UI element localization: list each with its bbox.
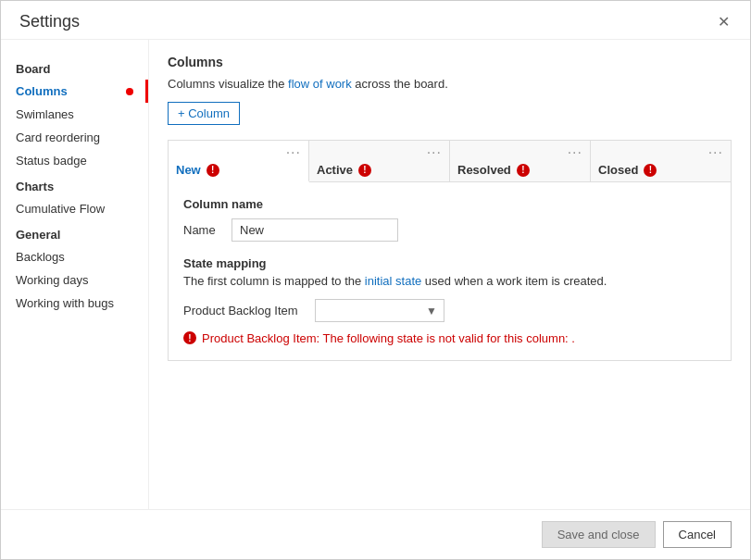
sidebar-item-columns[interactable]: Columns [1,80,148,103]
column-tab-active-error: ! [358,164,371,177]
sidebar-item-status-badge[interactable]: Status badge [1,149,148,172]
column-tab-new-error: ! [207,164,219,177]
sidebar-item-backlogs[interactable]: Backlogs [1,245,148,268]
error-message: ! Product Backlog Item: The following st… [183,331,716,345]
columns-error-badge [126,88,133,95]
column-tab-new-menu[interactable]: ··· [286,144,301,161]
column-tab-closed-label: Closed [598,163,638,177]
save-and-close-button[interactable]: Save and close [542,521,656,548]
columns-tabs: ··· New ! ··· Active ! [168,140,732,181]
sidebar-section-general: General [1,220,148,245]
sidebar-item-card-reordering[interactable]: Card reordering [1,126,148,149]
sidebar: Board Columns Swimlanes Card reordering … [1,40,149,509]
column-tab-closed-menu[interactable]: ··· [708,144,723,161]
column-tab-new-label: New [176,163,201,177]
name-field-label: Name [183,223,220,237]
columns-description: Columns visualize the flow of work acros… [168,77,732,91]
column-tab-resolved-label: Resolved [457,163,511,177]
error-icon: ! [183,331,196,344]
column-tab-closed[interactable]: ··· Closed ! [591,141,731,181]
product-backlog-label: Product Backlog Item [183,304,304,317]
dialog-header: Settings ✕ [1,1,750,40]
product-backlog-select[interactable] [315,299,444,322]
dialog-body: Board Columns Swimlanes Card reordering … [1,40,750,509]
settings-dialog: Settings ✕ Board Columns Swimlanes Card … [0,0,751,560]
column-tab-active-label: Active [317,163,353,177]
sidebar-item-working-days[interactable]: Working days [1,268,148,292]
state-mapping-description: The first column is mapped to the initia… [183,274,716,288]
product-backlog-row: Product Backlog Item ▼ [183,299,716,322]
sidebar-section-board: Board [1,55,148,80]
dialog-title: Settings [19,12,80,31]
sidebar-section-charts: Charts [1,172,148,197]
main-content: Columns Columns visualize the flow of wo… [149,40,750,509]
page-title: Columns [168,55,732,69]
column-tab-resolved-error: ! [517,164,530,177]
column-name-title: Column name [183,197,716,211]
close-button[interactable]: ✕ [712,13,735,31]
state-mapping-title: State mapping [183,256,716,270]
sidebar-item-cumulative-flow[interactable]: Cumulative Flow [1,197,148,220]
column-tab-active[interactable]: ··· Active ! [309,141,450,181]
sidebar-item-working-with-bugs[interactable]: Working with bugs [1,292,148,315]
column-detail-panel: Column name Name State mapping The first… [168,181,732,361]
column-tab-new[interactable]: ··· New ! [169,141,309,182]
column-tab-active-menu[interactable]: ··· [427,144,442,161]
column-name-row: Name [183,218,716,242]
column-tab-resolved-menu[interactable]: ··· [568,144,582,161]
sidebar-item-swimlanes[interactable]: Swimlanes [1,103,148,126]
cancel-button[interactable]: Cancel [663,521,732,548]
column-name-input[interactable] [232,218,398,242]
column-tab-closed-error: ! [644,164,657,177]
column-tab-resolved[interactable]: ··· Resolved ! [450,141,591,181]
product-backlog-select-wrapper: ▼ [315,299,444,322]
dialog-footer: Save and close Cancel [1,509,750,559]
add-column-button[interactable]: + Column [168,102,240,125]
